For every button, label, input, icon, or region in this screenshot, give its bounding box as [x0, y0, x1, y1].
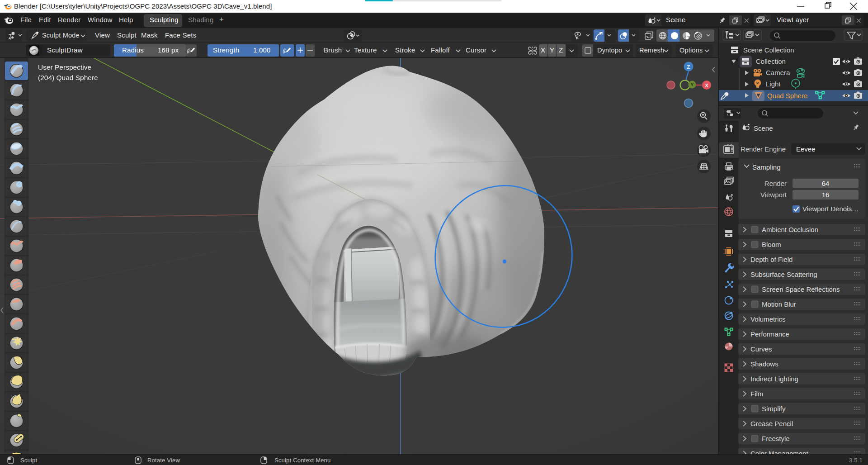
svg-text:Light: Light	[766, 80, 781, 88]
svg-text:User Perspective: User Perspective	[38, 63, 91, 71]
svg-text:Y: Y	[690, 82, 694, 87]
svg-text:Quad Sphere: Quad Sphere	[767, 92, 807, 100]
svg-text:Color Management: Color Management	[750, 450, 808, 454]
svg-text:Sampling: Sampling	[752, 163, 781, 171]
svg-text:Film: Film	[750, 390, 763, 398]
svg-text:Depth of Field: Depth of Field	[750, 256, 793, 263]
svg-text:Render Engine: Render Engine	[741, 145, 786, 153]
svg-text:Shadows: Shadows	[750, 360, 778, 368]
svg-text:Ambient Occlusion: Ambient Occlusion	[762, 226, 818, 233]
svg-text:Performance: Performance	[750, 330, 789, 338]
svg-text:16: 16	[822, 191, 830, 199]
svg-text:Scene: Scene	[754, 124, 773, 132]
svg-text:Freestyle: Freestyle	[762, 435, 790, 442]
svg-text:Z: Z	[687, 64, 690, 70]
svg-text:Render: Render	[764, 180, 787, 187]
svg-text:64: 64	[822, 180, 830, 187]
svg-text:Subsurface Scattering: Subsurface Scattering	[750, 270, 817, 278]
svg-text:(204) Quad Sphere: (204) Quad Sphere	[38, 74, 98, 81]
svg-text:Simplify: Simplify	[762, 405, 786, 413]
svg-text:Bloom: Bloom	[762, 241, 781, 248]
svg-text:Volumetrics: Volumetrics	[750, 315, 786, 323]
svg-text:Motion Blur: Motion Blur	[762, 300, 796, 308]
svg-text:Eevee: Eevee	[796, 145, 816, 153]
svg-text:Grease Pencil: Grease Pencil	[750, 420, 793, 427]
svg-text:Screen Space Reflections: Screen Space Reflections	[762, 285, 840, 293]
svg-text:X: X	[705, 83, 708, 88]
svg-text:Curves: Curves	[750, 345, 772, 353]
svg-text:Collection: Collection	[756, 57, 786, 65]
svg-text:Viewport: Viewport	[760, 191, 787, 199]
svg-text:Scene Collection: Scene Collection	[743, 46, 794, 54]
svg-text:Viewport Denois…: Viewport Denois…	[802, 205, 859, 213]
svg-text:Indirect Lighting: Indirect Lighting	[750, 375, 798, 383]
svg-text:Camera: Camera	[766, 69, 790, 76]
